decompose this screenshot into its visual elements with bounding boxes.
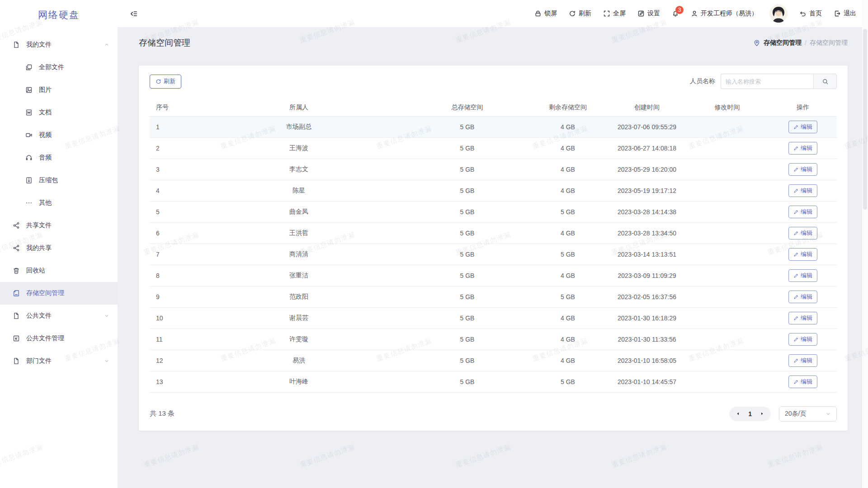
sidebar-item-my-files[interactable]: 我的文件 xyxy=(0,33,118,56)
cell-modified_at xyxy=(685,137,769,159)
pencil-icon xyxy=(793,145,799,151)
cell-modified_at xyxy=(685,328,769,350)
sidebar-item-all-files[interactable]: 全部文件 xyxy=(0,56,118,79)
breadcrumb-item-root[interactable]: 存储空间管理 xyxy=(764,39,802,47)
edit-button[interactable]: 编辑 xyxy=(788,121,817,133)
prev-page-button[interactable] xyxy=(735,411,741,417)
edit-button[interactable]: 编辑 xyxy=(788,291,817,303)
audio-icon xyxy=(25,154,33,161)
edit-button[interactable]: 编辑 xyxy=(788,333,817,346)
cell-no: 8 xyxy=(150,265,190,286)
edit-button[interactable]: 编辑 xyxy=(788,227,817,239)
edit-button[interactable]: 编辑 xyxy=(788,163,817,176)
lock-screen-button[interactable]: 锁屏 xyxy=(534,9,557,18)
cell-modified_at xyxy=(685,244,769,265)
cell-owner: 谢晨芸 xyxy=(190,307,407,328)
sidebar-item-label: 我的共享 xyxy=(26,244,109,252)
chevron-down xyxy=(104,358,109,364)
breadcrumb-separator: / xyxy=(805,39,807,47)
cell-no: 5 xyxy=(150,201,190,222)
scrollbar-thumb[interactable] xyxy=(863,29,867,210)
refresh-table-button[interactable]: 刷新 xyxy=(150,75,181,89)
edit-button[interactable]: 编辑 xyxy=(788,184,817,197)
topbar: 锁屏 刷新 全屏 设置 3 开发工程师（易洪） xyxy=(118,0,868,27)
edit-button-label: 编辑 xyxy=(801,123,812,131)
breadcrumb-item-current: 存储空间管理 xyxy=(810,39,848,47)
cell-no: 6 xyxy=(150,222,190,244)
cell-remaining: 4 GB xyxy=(527,307,609,328)
next-page-button[interactable] xyxy=(759,411,765,417)
search-button[interactable] xyxy=(813,74,837,89)
cell-owner: 张重洁 xyxy=(190,265,407,286)
sidebar-item-public-files-admin[interactable]: 公共文件管理 xyxy=(0,327,118,350)
sidebar-item-images[interactable]: 图片 xyxy=(0,79,118,101)
cell-owner: 王海波 xyxy=(190,137,407,159)
edit-button-label: 编辑 xyxy=(801,187,812,195)
chevron-down xyxy=(104,313,109,319)
cell-total: 5 GB xyxy=(407,350,527,371)
sidebar-item-storage-management[interactable]: 存储空间管理 xyxy=(0,282,118,305)
cell-created_at: 2023-03-28 13:34:50 xyxy=(609,222,685,244)
edit-button-label: 编辑 xyxy=(801,165,812,174)
home-label: 首页 xyxy=(809,9,822,18)
page-size-select[interactable]: 20条/页 xyxy=(779,406,837,422)
sidebar-collapse-button[interactable] xyxy=(129,9,138,18)
page-scrollbar[interactable] xyxy=(862,0,868,488)
sidebar-item-label: 公共文件 xyxy=(26,312,98,320)
cell-remaining: 4 GB xyxy=(527,222,609,244)
lock-icon xyxy=(534,10,542,17)
sidebar-item-documents[interactable]: 文档 xyxy=(0,101,118,124)
edit-button[interactable]: 编辑 xyxy=(788,142,817,155)
sidebar-item-recycle-bin[interactable]: 回收站 xyxy=(0,259,118,282)
share-icon xyxy=(13,222,20,229)
refresh-table-label: 刷新 xyxy=(164,77,175,85)
sidebar-item-my-shares[interactable]: 我的共享 xyxy=(0,237,118,259)
cell-created_at: 2023-03-28 14:14:38 xyxy=(609,201,685,222)
sidebar: 网络硬盘 我的文件全部文件图片文档视频音频压缩包其他共享文件我的共享回收站存储空… xyxy=(0,0,118,488)
settings-button[interactable]: 设置 xyxy=(637,9,660,18)
pencil-icon xyxy=(793,209,799,215)
sidebar-item-audio[interactable]: 音频 xyxy=(0,146,118,169)
edit-button[interactable]: 编辑 xyxy=(788,375,817,388)
location-pin-icon xyxy=(753,39,760,47)
logout-button[interactable]: 退出 xyxy=(834,9,856,18)
user-menu[interactable]: 开发工程师（易洪） xyxy=(691,9,758,18)
file-icon xyxy=(13,312,20,319)
cell-remaining: 4 GB xyxy=(527,116,609,137)
avatar[interactable] xyxy=(769,5,788,23)
table-row: 7商清清5 GB5 GB2023-03-14 13:13:51编辑 xyxy=(150,244,837,265)
table-row: 11许雯璇5 GB4 GB2023-01-30 11:33:56编辑 xyxy=(150,328,837,350)
sidebar-item-label: 其他 xyxy=(39,199,109,207)
pencil-icon xyxy=(793,124,799,130)
notification-badge: 3 xyxy=(675,6,684,14)
cell-total: 5 GB xyxy=(407,222,527,244)
settings-label: 设置 xyxy=(647,9,660,18)
sidebar-item-public-files[interactable]: 公共文件 xyxy=(0,305,118,327)
edit-button[interactable]: 编辑 xyxy=(788,248,817,261)
file-manage-icon xyxy=(13,335,20,342)
sidebar-item-archives[interactable]: 压缩包 xyxy=(0,169,118,192)
sidebar-item-shared-files[interactable]: 共享文件 xyxy=(0,214,118,237)
cell-total: 5 GB xyxy=(407,265,527,286)
home-button[interactable]: 首页 xyxy=(799,9,822,18)
edit-button[interactable]: 编辑 xyxy=(788,269,817,282)
total-count: 共 13 条 xyxy=(150,409,175,418)
table-row: 3李志文5 GB4 GB2023-05-29 16:20:00编辑 xyxy=(150,159,837,180)
cell-actions: 编辑 xyxy=(769,350,837,371)
search-input[interactable] xyxy=(721,74,813,89)
edit-button[interactable]: 编辑 xyxy=(788,206,817,218)
chevron-up xyxy=(104,42,109,47)
refresh-page-button[interactable]: 刷新 xyxy=(569,9,591,18)
sidebar-item-videos[interactable]: 视频 xyxy=(0,124,118,146)
edit-button[interactable]: 编辑 xyxy=(788,354,817,367)
sidebar-item-department-files[interactable]: 部门文件 xyxy=(0,350,118,372)
notifications-button[interactable]: 3 xyxy=(672,10,679,17)
cell-actions: 编辑 xyxy=(769,201,837,222)
cell-modified_at xyxy=(685,180,769,201)
cell-total: 5 GB xyxy=(407,371,527,392)
edit-button[interactable]: 编辑 xyxy=(788,312,817,324)
fullscreen-button[interactable]: 全屏 xyxy=(603,9,626,18)
cell-owner: 叶海峰 xyxy=(190,371,407,392)
sidebar-item-others[interactable]: 其他 xyxy=(0,192,118,214)
sidebar-item-label: 回收站 xyxy=(26,267,109,275)
